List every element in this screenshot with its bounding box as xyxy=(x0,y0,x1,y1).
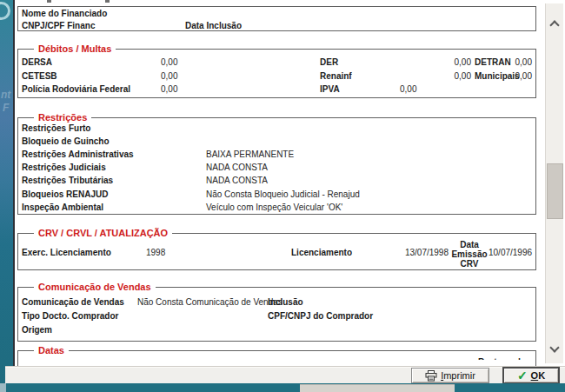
bloqueios-renajud-value: Não Consta Bloqueio Judicial - Renajud xyxy=(206,189,360,199)
cnpj-cpf-financ-label: CNPJ/CPF Financ xyxy=(22,21,95,30)
group-title-datas: Datas xyxy=(34,345,69,355)
renainf-value: 0,00 xyxy=(409,71,471,81)
watermark-text: nt xyxy=(1,90,10,100)
restricoes-administrativas-label: Restrições Administrativas xyxy=(22,149,134,159)
clipped-text-fragment xyxy=(105,0,110,3)
vertical-scrollbar[interactable] xyxy=(545,3,563,363)
check-icon: ✓ xyxy=(517,369,528,382)
der-value: 0,00 xyxy=(409,57,471,67)
background-bottom-strip xyxy=(0,383,565,392)
imprimir-button-label: Imprimir xyxy=(441,370,475,381)
exerc-licenciamento-label: Exerc. Licenciamento xyxy=(22,248,111,257)
scroll-up-icon[interactable] xyxy=(549,20,559,30)
vehicle-report-dialog: nt F Nome do Financiado CNPJ/CPF Financ … xyxy=(0,0,565,392)
watermark-text: F xyxy=(3,103,9,113)
background-bottom-corner xyxy=(0,383,6,392)
tipo-docto-comprador-label: Tipo Docto. Comprador xyxy=(22,311,118,321)
licenciamento-label: Licenciamento xyxy=(291,248,352,257)
policia-rodoviaria-value: 0,00 xyxy=(161,84,177,94)
restricoes-judiciais-label: Restrições Judiciais xyxy=(22,163,106,172)
ipva-label: IPVA xyxy=(320,84,340,94)
cetesb-value: 0,00 xyxy=(161,71,177,81)
bloqueio-guincho-label: Bloqueio de Guincho xyxy=(22,136,110,146)
detran-value: 0,00 xyxy=(497,57,532,67)
inspecao-ambiental-label: Inspeção Ambiental xyxy=(22,203,103,212)
exerc-licenciamento-value: 1998 xyxy=(146,248,165,257)
licenciamento-value: 13/07/1998 xyxy=(382,248,449,257)
comunicacao-vendas-value: Não Consta Comunicação de Vendas xyxy=(137,297,282,307)
comunicacao-vendas-label: Comunicação de Vendas xyxy=(22,297,124,307)
group-title-debitos: Débitos / Multas xyxy=(34,43,116,54)
inspecao-ambiental-value: Veículo com Inspeção Veicular 'OK' xyxy=(206,203,342,212)
nome-financiado-label: Nome do Financiado xyxy=(22,9,107,18)
restricoes-administrativas-value: BAIXA PERMANENTE xyxy=(206,149,294,159)
bloqueios-renajud-label: Bloqueios RENAJUD xyxy=(22,189,108,199)
scroll-down-icon[interactable] xyxy=(549,342,559,352)
municipais-value: 0,00 xyxy=(497,71,532,81)
renainf-label: Renainf xyxy=(320,71,352,81)
inclusao-label: Inclusão xyxy=(268,297,303,307)
group-title-crv: CRV / CRVL / ATUALIZAÇÃO xyxy=(34,228,172,238)
restricoes-tributarias-label: Restrições Tributárias xyxy=(22,176,113,185)
restricoes-judiciais-value: NADA CONSTA xyxy=(206,163,268,172)
data-emissao-crv-value: 10/07/1996 xyxy=(489,248,532,257)
data-emissao-crv-label: Data Emissão CRV xyxy=(451,240,488,269)
ok-button[interactable]: ✓ OK xyxy=(502,367,560,384)
data-inclusao-label: Data Inclusão xyxy=(185,21,242,30)
group-title-restricoes: Restrições xyxy=(34,112,91,123)
group-title-vendas: Comunicação de Vendas xyxy=(34,282,156,292)
clipped-text-fragment xyxy=(47,0,51,3)
dersa-label: DERSA xyxy=(22,57,52,67)
imprimir-button[interactable]: Imprimir xyxy=(411,368,489,383)
restricoes-tributarias-value: NADA CONSTA xyxy=(206,176,268,185)
ipva-value: 0,00 xyxy=(400,84,416,94)
policia-rodoviaria-label: Polícia Rodoviária Federal xyxy=(22,84,130,94)
dersa-value: 0,00 xyxy=(161,57,177,67)
ok-button-label: OK xyxy=(531,370,546,381)
cpf-cnpj-comprador-label: CPF/CNPJ do Comprador xyxy=(268,311,373,321)
background-horizontal-scrollbar[interactable] xyxy=(300,384,455,392)
printer-icon xyxy=(425,370,437,382)
origem-label: Origem xyxy=(22,325,52,335)
restricoes-furto-label: Restrições Furto xyxy=(22,123,90,133)
der-label: DER xyxy=(320,57,338,67)
cetesb-label: CETESB xyxy=(22,71,57,81)
logo-ring-icon xyxy=(0,2,10,20)
clipped-datas-text: Restaurado xyxy=(478,353,530,360)
scrollbar-thumb[interactable] xyxy=(547,163,563,219)
background-window-strip: nt F xyxy=(0,0,13,392)
